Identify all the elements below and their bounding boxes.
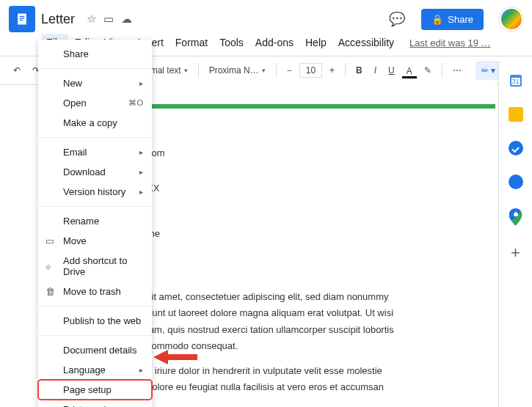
doc-line: me	[147, 226, 495, 242]
font-size-input[interactable]: 10	[299, 63, 322, 78]
font-size-increase[interactable]: +	[325, 62, 339, 78]
doc-line: com	[147, 145, 495, 161]
account-avatar[interactable]	[500, 7, 523, 31]
svg-rect-0	[18, 14, 26, 25]
menu-accessibility[interactable]: Accessibility	[333, 34, 399, 51]
file-print-preview[interactable]: Print preview	[38, 400, 152, 407]
bold-button[interactable]: B	[351, 62, 367, 78]
menu-format[interactable]: Format	[170, 34, 213, 51]
more-tools-button[interactable]: ⋯	[448, 62, 466, 78]
contacts-icon[interactable]	[509, 175, 523, 189]
doc-line: commodo consequat.	[147, 338, 495, 354]
maps-icon[interactable]	[509, 208, 522, 226]
comments-icon[interactable]: 💬	[389, 11, 405, 27]
menu-addons[interactable]: Add-ons	[250, 34, 299, 51]
file-language[interactable]: Language▸	[38, 360, 152, 380]
annotation-arrow	[153, 348, 197, 367]
keep-icon[interactable]	[509, 107, 523, 122]
doc-line: 5	[147, 255, 495, 271]
editing-mode-button[interactable]: ✏ ▾	[475, 61, 501, 80]
highlight-button[interactable]: ✎	[420, 62, 436, 78]
file-move-trash[interactable]: 🗑Move to trash	[38, 282, 152, 301]
doc-title[interactable]: Letter	[41, 12, 75, 27]
trash-icon: 🗑	[45, 286, 55, 297]
doc-line: XX	[147, 180, 495, 197]
cloud-status-icon: ☁	[121, 12, 132, 26]
file-add-shortcut[interactable]: ⟐Add shortcut to Drive	[38, 251, 152, 282]
file-move[interactable]: ▭Move	[38, 231, 152, 251]
font-size-decrease[interactable]: −	[283, 62, 296, 78]
add-addon-button[interactable]: +	[511, 245, 520, 261]
doc-line: iam, quis nostrud exerci tation ullamcor…	[147, 322, 495, 338]
star-icon[interactable]: ☆	[87, 12, 96, 26]
file-open[interactable]: Open⌘O	[38, 93, 152, 113]
file-email[interactable]: Email▸	[38, 142, 152, 162]
file-menu-dropdown: Share New▸ Open⌘O Make a copy Email▸ Dow…	[38, 40, 152, 407]
move-icon: ▭	[45, 235, 54, 246]
svg-rect-3	[20, 20, 23, 21]
text-color-button[interactable]: A	[402, 63, 417, 78]
svg-marker-4	[153, 350, 197, 364]
menu-help[interactable]: Help	[300, 34, 332, 51]
underline-button[interactable]: U	[384, 62, 399, 78]
docs-logo[interactable]	[9, 6, 35, 32]
file-share[interactable]: Share	[38, 44, 152, 64]
calendar-icon[interactable]	[509, 73, 523, 88]
doc-line: dolore eu feugiat nulla facilisis at ver…	[147, 379, 495, 395]
last-edit-link[interactable]: Last edit was 19 …	[409, 37, 491, 48]
lock-icon: 🔒	[431, 14, 443, 25]
font-dropdown[interactable]: Proxima N…	[205, 63, 270, 78]
undo-button[interactable]: ↶	[9, 62, 25, 78]
file-new[interactable]: New▸	[38, 73, 152, 93]
file-make-copy[interactable]: Make a copy	[38, 113, 152, 133]
file-publish[interactable]: Publish to the web	[38, 311, 152, 331]
svg-rect-1	[20, 16, 25, 17]
file-download[interactable]: Download▸	[38, 162, 152, 182]
share-button[interactable]: 🔒 Share	[421, 9, 484, 30]
file-document-details[interactable]: Document details	[38, 340, 152, 360]
file-version-history[interactable]: Version history▸	[38, 182, 152, 202]
menu-tools[interactable]: Tools	[214, 34, 249, 51]
file-page-setup[interactable]: Page setup	[38, 380, 152, 400]
svg-rect-2	[20, 18, 25, 18]
doc-line: sit amet, consectetuer adipiscing elit, …	[147, 289, 495, 305]
doc-line: dunt ut laoreet dolore magna aliquam era…	[147, 305, 495, 321]
doc-line: n iriure dolor in hendrerit in vulputate…	[147, 363, 495, 379]
tasks-icon[interactable]	[509, 141, 523, 155]
shortcut-icon: ⟐	[45, 261, 51, 272]
file-rename[interactable]: Rename	[38, 211, 152, 231]
italic-button[interactable]: I	[370, 62, 381, 78]
move-folder-icon[interactable]: ▭	[103, 12, 114, 26]
side-panel: +	[498, 63, 532, 407]
